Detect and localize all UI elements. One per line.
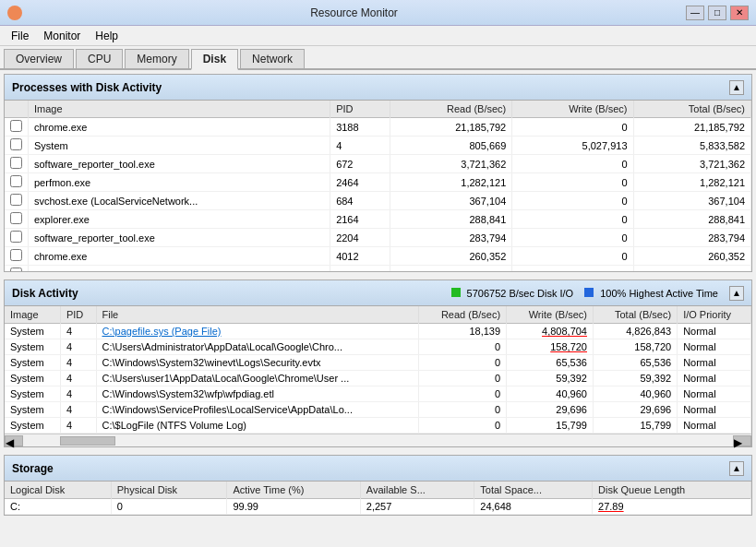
row-total: 283,794 (633, 229, 751, 247)
processes-header: Processes with Disk Activity ▲ (5, 75, 751, 101)
st-col-logical[interactable]: Logical Disk (5, 482, 111, 499)
da-col-write[interactable]: Write (B/sec) (507, 306, 594, 324)
row-read: 0 (419, 355, 507, 371)
row-write: 0 (512, 247, 633, 266)
row-file[interactable]: C:\Windows\System32\winevt\Logs\Security… (96, 355, 419, 371)
minimize-button[interactable]: — (686, 6, 704, 20)
processes-header-row: Image PID Read (B/sec) Write (B/sec) Tot… (5, 101, 751, 118)
processes-col-total[interactable]: Total (B/sec) (633, 101, 751, 118)
processes-col-write[interactable]: Write (B/sec) (512, 101, 633, 118)
da-col-image[interactable]: Image (5, 306, 60, 324)
row-pid: 3188 (330, 118, 390, 137)
storage-header: Storage ▲ (5, 456, 751, 482)
menu-file[interactable]: File (4, 28, 36, 44)
row-check[interactable] (5, 192, 29, 210)
row-priority: Normal (678, 371, 751, 386)
row-total: 5,833,582 (633, 137, 751, 155)
blue-indicator-icon (584, 288, 594, 297)
tab-network[interactable]: Network (240, 49, 305, 68)
table-row: chrome.exe 4012 260,352 0 260,352 (5, 247, 751, 266)
da-col-file[interactable]: File (96, 306, 419, 324)
row-active: 99.99 (227, 499, 360, 515)
row-total: 15,799 (593, 418, 677, 434)
hscroll-left-btn[interactable]: ◀ (5, 435, 23, 446)
row-check[interactable] (5, 137, 29, 155)
menu-bar: File Monitor Help (0, 26, 756, 46)
table-row: System 4 C:\Windows\System32\winevt\Logs… (5, 355, 751, 371)
row-read: 18,139 (419, 324, 507, 339)
table-row: chrome.exe 3188 21,185,792 0 21,185,792 (5, 118, 751, 137)
processes-table: Image PID Read (B/sec) Write (B/sec) Tot… (5, 101, 751, 271)
tab-cpu[interactable]: CPU (76, 49, 123, 68)
row-write: 0 (512, 210, 633, 229)
hscroll-thumb[interactable] (60, 436, 115, 446)
row-write: 40,960 (507, 386, 594, 402)
row-read: 0 (419, 418, 507, 434)
row-pid: 4 (60, 386, 96, 402)
row-check[interactable] (5, 173, 29, 192)
row-queue: 27.89 (593, 499, 751, 515)
st-col-available[interactable]: Available S... (360, 482, 474, 499)
row-file[interactable]: C:\$LogFile (NTFS Volume Log) (96, 418, 419, 434)
tab-overview[interactable]: Overview (4, 49, 74, 68)
row-check[interactable] (5, 118, 29, 137)
highest-active-label: 100% Highest Active Time (600, 288, 718, 299)
row-check[interactable] (5, 155, 29, 173)
row-write: 158,720 (507, 339, 594, 355)
row-check[interactable] (5, 210, 29, 229)
table-row: software_reporter_tool.exe 672 3,721,362… (5, 155, 751, 173)
disk-activity-collapse-button[interactable]: ▲ (729, 286, 744, 301)
st-col-physical[interactable]: Physical Disk (111, 482, 227, 499)
st-col-total[interactable]: Total Space... (474, 482, 593, 499)
tab-disk[interactable]: Disk (191, 49, 238, 70)
maximize-button[interactable]: □ (708, 6, 726, 20)
row-check[interactable] (5, 229, 29, 247)
disk-activity-tbody: System 4 C:\pagefile.sys (Page File) 18,… (5, 324, 751, 434)
row-check[interactable] (5, 266, 29, 272)
da-col-priority[interactable]: I/O Priority (678, 306, 751, 324)
disk-activity-table-container: Image PID File Read (B/sec) Write (B/sec… (5, 306, 751, 434)
row-file[interactable]: C:\pagefile.sys (Page File) (96, 324, 419, 339)
menu-help[interactable]: Help (88, 28, 126, 44)
da-col-pid[interactable]: PID (60, 306, 96, 324)
row-file[interactable]: C:\Users\Administrator\AppData\Local\Goo… (96, 339, 419, 355)
row-read: 0 (419, 386, 507, 402)
processes-collapse-button[interactable]: ▲ (729, 80, 744, 95)
tab-memory[interactable]: Memory (125, 49, 188, 68)
st-col-queue[interactable]: Disk Queue Length (593, 482, 751, 499)
row-total: 158,720 (593, 339, 677, 355)
row-write: 4,808,704 (507, 324, 594, 339)
menu-monitor[interactable]: Monitor (36, 28, 88, 44)
close-button[interactable]: ✕ (730, 6, 749, 20)
processes-col-check[interactable] (5, 101, 29, 118)
row-read: 0 (419, 402, 507, 418)
row-write: 0 (512, 266, 633, 272)
hscroll-right-btn[interactable]: ▶ (733, 435, 751, 446)
row-write: 65,536 (507, 355, 594, 371)
disk-activity-hscroll[interactable]: ◀ ▶ (5, 434, 751, 446)
row-file[interactable]: C:\Windows\System32\wfp\wfpdiag.etl (96, 386, 419, 402)
title-bar: Resource Monitor — □ ✕ (0, 0, 756, 26)
row-write: 0 (512, 229, 633, 247)
row-total: 3,721,362 (633, 155, 751, 173)
st-col-active[interactable]: Active Time (%) (227, 482, 360, 499)
row-file[interactable]: C:\Users\user1\AppData\Local\Google\Chro… (96, 371, 419, 386)
row-check[interactable] (5, 247, 29, 266)
row-read: 21,185,792 (390, 118, 512, 137)
storage-collapse-button[interactable]: ▲ (729, 461, 744, 476)
disk-activity-section: Disk Activity 5706752 B/sec Disk I/O 100… (4, 279, 752, 447)
row-file[interactable]: C:\Windows\ServiceProfiles\LocalService\… (96, 402, 419, 418)
disk-io-indicator: 5706752 B/sec Disk I/O (451, 288, 574, 299)
row-total: 21,185,792 (633, 118, 751, 137)
processes-table-container: Image PID Read (B/sec) Write (B/sec) Tot… (5, 101, 751, 271)
processes-col-read[interactable]: Read (B/sec) (390, 101, 512, 118)
da-col-total[interactable]: Total (B/sec) (593, 306, 677, 324)
processes-col-image[interactable]: Image (29, 101, 330, 118)
processes-col-pid[interactable]: PID (330, 101, 390, 118)
table-row: svchost.exe (LocalServiceNetwork... 684 … (5, 192, 751, 210)
row-priority: Normal (678, 355, 751, 371)
row-priority: Normal (678, 402, 751, 418)
row-total: 29,696 (593, 402, 677, 418)
da-col-read[interactable]: Read (B/sec) (419, 306, 507, 324)
row-pid: 2164 (330, 210, 390, 229)
